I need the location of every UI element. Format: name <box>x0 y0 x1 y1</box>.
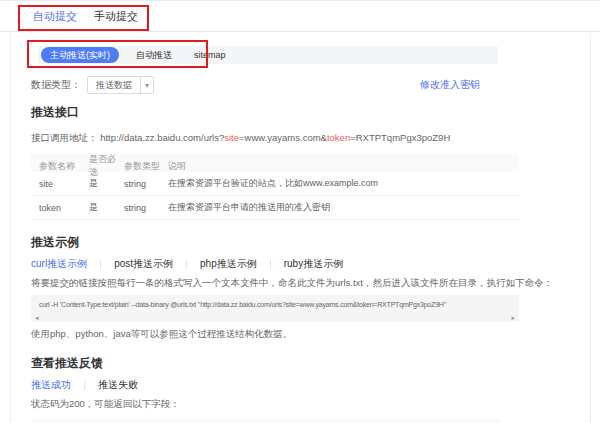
api-address-line: 接口调用地址： http://data.zz.baidu.com/urls?si… <box>31 132 570 145</box>
scrollbar-left-arrow-icon[interactable]: ◂ <box>35 314 39 321</box>
scrollbar-right-arrow-icon[interactable]: ▸ <box>511 314 515 321</box>
data-type-row: 数据类型： 推送数据 ▾ 修改准入密钥 <box>31 75 570 95</box>
tab-push-fail[interactable]: 推送失败 <box>98 378 138 392</box>
cell-required: 是 <box>89 177 124 190</box>
tab-post-example[interactable]: post推送示例 <box>114 257 173 271</box>
cell-param-name: site <box>39 179 89 189</box>
tab-separator <box>100 260 101 269</box>
dropdown-selected-value: 推送数据 <box>88 77 140 93</box>
subtab-sitemap[interactable]: sitemap <box>194 50 226 60</box>
content-panel: 主动推送(实时) 自动推送 sitemap 数据类型： 推送数据 ▾ 修改准入密… <box>10 33 591 423</box>
api-url-part1: http://data.zz.baidu.com/urls? <box>100 132 224 143</box>
code-block: curl -H 'Content-Type:text/plain' --data… <box>31 295 519 322</box>
column-header: 是否必选 <box>89 153 124 179</box>
example-footnote: 使用php、python、java等可以参照这个过程推送结构化数据。 <box>31 328 570 341</box>
cell-description: 在搜索资源平台验证的站点，比如www.example.com <box>168 177 519 190</box>
cell-required: 是 <box>89 201 124 214</box>
top-tab-bar: 自动提交 手动提交 <box>0 1 600 32</box>
feedback-tabs: 推送成功 推送失败 <box>31 378 570 392</box>
api-url-param-site: site <box>224 132 239 143</box>
modify-access-key-link[interactable]: 修改准入密钥 <box>420 78 480 92</box>
column-header: 说明 <box>168 160 519 173</box>
subtab-auto-push[interactable]: 自动推送 <box>136 49 172 62</box>
feedback-table: 字段 是否必选 参数类型 说明 success 是 int 成功推送的url条数… <box>31 419 501 423</box>
tab-manual-submit[interactable]: 手动提交 <box>94 1 138 31</box>
data-type-dropdown[interactable]: 推送数据 ▾ <box>87 76 154 94</box>
api-url-part2: =www.yayams.com& <box>239 132 327 143</box>
tab-separator <box>270 260 271 269</box>
column-header: 参数类型 <box>124 160 168 173</box>
cell-param-name: token <box>39 203 89 213</box>
tab-auto-submit[interactable]: 自动提交 <box>33 1 77 31</box>
section-title-push-example: 推送示例 <box>31 234 570 251</box>
api-url-part3: =RXTPTqmPgx3poZ9H <box>350 132 450 143</box>
tab-curl-example[interactable]: curl推送示例 <box>31 257 87 271</box>
status-note: 状态码为200，可能返回以下字段： <box>31 398 570 411</box>
params-table: 参数名称 是否必选 参数类型 说明 site 是 string 在搜索资源平台验… <box>31 153 519 220</box>
cell-type: string <box>124 203 168 213</box>
tab-push-success[interactable]: 推送成功 <box>31 378 71 392</box>
table-row: token 是 string 在搜索资源平台申请的推送用的准入密钥 <box>31 196 519 220</box>
example-tabs: curl推送示例 post推送示例 php推送示例 ruby推送示例 <box>31 257 570 271</box>
subtab-bar: 主动推送(实时) 自动推送 sitemap <box>38 46 498 64</box>
tab-separator <box>186 260 187 269</box>
subtab-active-push-realtime[interactable]: 主动推送(实时) <box>41 47 119 63</box>
page: { "header": { "tabs": [ { "label": "自动提交… <box>0 0 600 423</box>
tab-php-example[interactable]: php推送示例 <box>200 257 257 271</box>
params-table-header: 参数名称 是否必选 参数类型 说明 <box>31 153 519 172</box>
tab-separator <box>84 381 85 390</box>
section-title-feedback: 查看推送反馈 <box>31 355 570 372</box>
data-type-label: 数据类型： <box>31 78 81 92</box>
api-address-label: 接口调用地址： <box>31 132 98 143</box>
cell-type: string <box>124 179 168 189</box>
section-title-push-api: 推送接口 <box>31 104 570 121</box>
tab-ruby-example[interactable]: ruby推送示例 <box>284 257 343 271</box>
api-url-param-token: token <box>327 132 350 143</box>
curl-command: curl -H 'Content-Type:text/plain' --data… <box>39 301 511 308</box>
column-header: 参数名称 <box>39 160 89 173</box>
cell-description: 在搜索资源平台申请的推送用的准入密钥 <box>168 201 519 214</box>
chevron-down-icon: ▾ <box>140 77 153 93</box>
feedback-table-header: 字段 是否必选 参数类型 说明 <box>31 419 501 423</box>
example-description: 将要提交的链接按照每行一条的格式写入一个文本文件中，命名此文件为urls.txt… <box>31 277 570 290</box>
